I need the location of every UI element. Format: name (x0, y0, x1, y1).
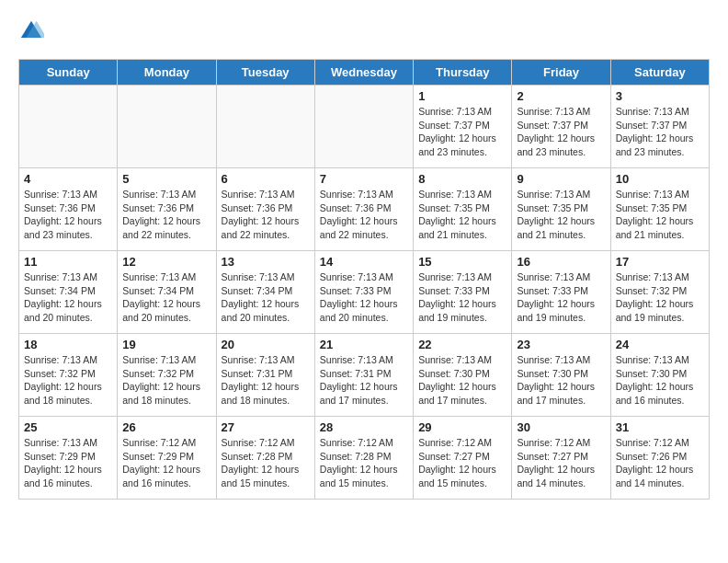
day-number: 21 (320, 338, 408, 351)
day-number: 10 (616, 172, 704, 186)
day-number: 28 (320, 420, 408, 434)
day-info: Sunrise: 7:13 AM Sunset: 7:31 PM Dayligh… (222, 353, 310, 408)
day-info: Sunrise: 7:13 AM Sunset: 7:37 PM Dayligh… (418, 105, 506, 159)
calendar-cell: 9Sunrise: 7:13 AM Sunset: 7:35 PM Daylig… (512, 168, 610, 251)
day-info: Sunrise: 7:13 AM Sunset: 7:29 PM Dayligh… (24, 436, 112, 490)
day-number: 26 (122, 420, 210, 434)
col-sunday: Sunday (19, 60, 118, 86)
day-number: 1 (418, 89, 506, 103)
day-info: Sunrise: 7:13 AM Sunset: 7:35 PM Dayligh… (616, 188, 704, 242)
day-number: 13 (222, 255, 310, 269)
day-number: 20 (222, 338, 310, 351)
col-monday: Monday (118, 60, 216, 86)
day-info: Sunrise: 7:13 AM Sunset: 7:32 PM Dayligh… (122, 353, 210, 408)
page-header (18, 18, 710, 44)
calendar-cell (118, 86, 216, 168)
calendar-cell: 18Sunrise: 7:13 AM Sunset: 7:32 PM Dayli… (19, 334, 118, 417)
day-info: Sunrise: 7:12 AM Sunset: 7:28 PM Dayligh… (222, 436, 310, 490)
day-info: Sunrise: 7:13 AM Sunset: 7:32 PM Dayligh… (24, 353, 112, 408)
calendar-cell: 19Sunrise: 7:13 AM Sunset: 7:32 PM Dayli… (118, 334, 216, 417)
logo-icon (18, 18, 44, 44)
calendar-cell: 4Sunrise: 7:13 AM Sunset: 7:36 PM Daylig… (19, 168, 118, 251)
calendar-cell: 24Sunrise: 7:13 AM Sunset: 7:30 PM Dayli… (610, 334, 709, 417)
day-number: 12 (122, 255, 210, 269)
col-thursday: Thursday (414, 60, 512, 86)
day-number: 18 (24, 338, 112, 351)
calendar-header: Sunday Monday Tuesday Wednesday Thursday… (19, 60, 710, 86)
calendar-cell: 6Sunrise: 7:13 AM Sunset: 7:36 PM Daylig… (216, 168, 314, 251)
day-info: Sunrise: 7:13 AM Sunset: 7:30 PM Dayligh… (517, 353, 605, 408)
logo (18, 18, 48, 44)
day-number: 7 (320, 172, 408, 186)
calendar-cell: 23Sunrise: 7:13 AM Sunset: 7:30 PM Dayli… (512, 334, 610, 417)
calendar-cell: 11Sunrise: 7:13 AM Sunset: 7:34 PM Dayli… (19, 251, 118, 334)
day-number: 25 (24, 420, 112, 434)
header-row: Sunday Monday Tuesday Wednesday Thursday… (19, 60, 710, 86)
day-number: 5 (122, 172, 210, 186)
calendar-cell (314, 86, 413, 168)
calendar-cell (19, 86, 118, 168)
day-info: Sunrise: 7:13 AM Sunset: 7:36 PM Dayligh… (222, 188, 310, 242)
calendar-table: Sunday Monday Tuesday Wednesday Thursday… (18, 59, 710, 500)
day-info: Sunrise: 7:13 AM Sunset: 7:33 PM Dayligh… (517, 270, 605, 325)
day-number: 11 (24, 255, 112, 269)
calendar-cell: 22Sunrise: 7:13 AM Sunset: 7:30 PM Dayli… (414, 334, 512, 417)
calendar-cell: 8Sunrise: 7:13 AM Sunset: 7:35 PM Daylig… (414, 168, 512, 251)
col-wednesday: Wednesday (314, 60, 413, 86)
day-info: Sunrise: 7:13 AM Sunset: 7:34 PM Dayligh… (24, 270, 112, 325)
day-info: Sunrise: 7:13 AM Sunset: 7:36 PM Dayligh… (122, 188, 210, 242)
calendar-cell: 13Sunrise: 7:13 AM Sunset: 7:34 PM Dayli… (216, 251, 314, 334)
calendar-cell: 30Sunrise: 7:12 AM Sunset: 7:27 PM Dayli… (512, 417, 610, 500)
day-info: Sunrise: 7:13 AM Sunset: 7:32 PM Dayligh… (616, 270, 704, 325)
day-number: 29 (418, 420, 506, 434)
day-info: Sunrise: 7:12 AM Sunset: 7:28 PM Dayligh… (320, 436, 408, 490)
day-info: Sunrise: 7:12 AM Sunset: 7:27 PM Dayligh… (418, 436, 506, 490)
day-info: Sunrise: 7:13 AM Sunset: 7:36 PM Dayligh… (320, 188, 408, 242)
calendar-cell (216, 86, 314, 168)
calendar-cell: 10Sunrise: 7:13 AM Sunset: 7:35 PM Dayli… (610, 168, 709, 251)
day-number: 2 (517, 89, 605, 103)
calendar-week-4: 25Sunrise: 7:13 AM Sunset: 7:29 PM Dayli… (19, 417, 710, 500)
calendar-cell: 7Sunrise: 7:13 AM Sunset: 7:36 PM Daylig… (314, 168, 413, 251)
day-info: Sunrise: 7:13 AM Sunset: 7:35 PM Dayligh… (418, 188, 506, 242)
day-number: 24 (616, 338, 704, 351)
day-number: 9 (517, 172, 605, 186)
day-number: 17 (616, 255, 704, 269)
day-info: Sunrise: 7:12 AM Sunset: 7:27 PM Dayligh… (517, 436, 605, 490)
day-number: 3 (616, 89, 704, 103)
day-info: Sunrise: 7:12 AM Sunset: 7:29 PM Dayligh… (122, 436, 210, 490)
day-number: 22 (418, 338, 506, 351)
calendar-cell: 12Sunrise: 7:13 AM Sunset: 7:34 PM Dayli… (118, 251, 216, 334)
day-info: Sunrise: 7:13 AM Sunset: 7:30 PM Dayligh… (418, 353, 506, 408)
calendar-cell: 3Sunrise: 7:13 AM Sunset: 7:37 PM Daylig… (610, 86, 709, 168)
day-number: 27 (222, 420, 310, 434)
calendar-cell: 28Sunrise: 7:12 AM Sunset: 7:28 PM Dayli… (314, 417, 413, 500)
calendar-cell: 29Sunrise: 7:12 AM Sunset: 7:27 PM Dayli… (414, 417, 512, 500)
calendar-cell: 26Sunrise: 7:12 AM Sunset: 7:29 PM Dayli… (118, 417, 216, 500)
day-number: 16 (517, 255, 605, 269)
day-number: 31 (616, 420, 704, 434)
day-info: Sunrise: 7:13 AM Sunset: 7:30 PM Dayligh… (616, 353, 704, 408)
calendar-body: 1Sunrise: 7:13 AM Sunset: 7:37 PM Daylig… (19, 86, 710, 500)
calendar-week-3: 18Sunrise: 7:13 AM Sunset: 7:32 PM Dayli… (19, 334, 710, 417)
col-friday: Friday (512, 60, 610, 86)
day-number: 30 (517, 420, 605, 434)
calendar-cell: 31Sunrise: 7:12 AM Sunset: 7:26 PM Dayli… (610, 417, 709, 500)
calendar-week-0: 1Sunrise: 7:13 AM Sunset: 7:37 PM Daylig… (19, 86, 710, 168)
calendar-cell: 16Sunrise: 7:13 AM Sunset: 7:33 PM Dayli… (512, 251, 610, 334)
day-info: Sunrise: 7:12 AM Sunset: 7:26 PM Dayligh… (616, 436, 704, 490)
day-info: Sunrise: 7:13 AM Sunset: 7:35 PM Dayligh… (517, 188, 605, 242)
day-info: Sunrise: 7:13 AM Sunset: 7:34 PM Dayligh… (122, 270, 210, 325)
day-info: Sunrise: 7:13 AM Sunset: 7:33 PM Dayligh… (418, 270, 506, 325)
day-number: 14 (320, 255, 408, 269)
day-number: 15 (418, 255, 506, 269)
day-info: Sunrise: 7:13 AM Sunset: 7:37 PM Dayligh… (616, 105, 704, 159)
calendar-cell: 14Sunrise: 7:13 AM Sunset: 7:33 PM Dayli… (314, 251, 413, 334)
calendar-cell: 25Sunrise: 7:13 AM Sunset: 7:29 PM Dayli… (19, 417, 118, 500)
day-info: Sunrise: 7:13 AM Sunset: 7:34 PM Dayligh… (222, 270, 310, 325)
calendar-cell: 5Sunrise: 7:13 AM Sunset: 7:36 PM Daylig… (118, 168, 216, 251)
day-number: 19 (122, 338, 210, 351)
calendar-cell: 21Sunrise: 7:13 AM Sunset: 7:31 PM Dayli… (314, 334, 413, 417)
day-info: Sunrise: 7:13 AM Sunset: 7:36 PM Dayligh… (24, 188, 112, 242)
calendar-cell: 1Sunrise: 7:13 AM Sunset: 7:37 PM Daylig… (414, 86, 512, 168)
